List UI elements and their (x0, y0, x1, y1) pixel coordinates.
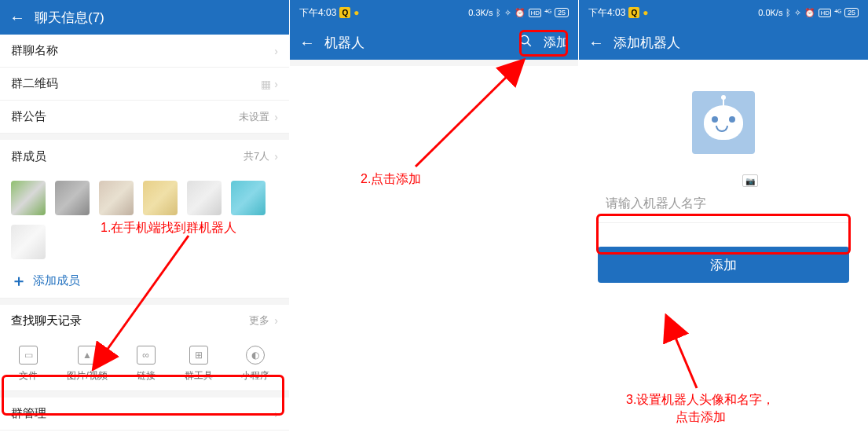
separator (290, 60, 578, 66)
page-title: 聊天信息(7) (35, 9, 104, 27)
alarm-icon: ⏰ (515, 8, 526, 18)
app-dot-icon: ● (353, 7, 359, 18)
qr-icon: ▦ (261, 78, 269, 90)
value: 未设置 (239, 110, 269, 124)
app-badge-icon: Q (628, 7, 639, 18)
folder-icon: ▭ (19, 346, 38, 365)
camera-icon[interactable]: 📷 (742, 174, 758, 187)
svg-point-1 (520, 35, 529, 44)
header-add-robot: ← 添加机器人 (579, 25, 868, 60)
page-title: 机器人 (324, 34, 518, 52)
status-time: 下午4:03 (299, 6, 336, 20)
row-group-name[interactable]: 群聊名称 › (0, 35, 289, 68)
member-avatar[interactable] (99, 181, 134, 215)
member-avatar[interactable] (11, 225, 46, 259)
row-group-qr[interactable]: 群二维码 ▦› (0, 68, 289, 101)
separator (0, 391, 289, 398)
image-icon: ▲ (78, 346, 97, 365)
tool-image[interactable]: ▲图片/视频 (67, 346, 107, 383)
add-button[interactable]: 添加 (544, 35, 569, 51)
header-chat-info: ← 聊天信息(7) (0, 0, 289, 35)
label: 群二维码 (11, 76, 58, 91)
battery-icon: 25 (844, 8, 859, 17)
label: 群聊名称 (11, 43, 58, 58)
robot-head-icon (704, 105, 743, 140)
header-robot: ← 机器人 添加 (290, 25, 578, 60)
tool-row: ▭文件 ▲图片/视频 ∞链接 ⊞群工具 ◐小程序 (0, 336, 289, 391)
signal-icon: ⁴ᴳ (834, 8, 841, 18)
chevron-right-icon: › (274, 408, 278, 420)
svg-line-4 (667, 317, 697, 388)
search-icon[interactable] (518, 34, 533, 52)
net-speed: 0.3K/s (468, 8, 493, 17)
hd-icon: HD (529, 9, 541, 17)
back-icon[interactable]: ← (9, 9, 25, 27)
hd-icon: HD (819, 9, 831, 17)
vibrate-icon: ✧ (504, 8, 511, 18)
vibrate-icon: ✧ (794, 8, 801, 18)
status-left: 下午4:03 Q ● (299, 6, 360, 20)
row-group-robot[interactable]: 群机器人◉ 1个› (0, 431, 289, 436)
label: 添加 (710, 256, 737, 274)
member-avatar[interactable] (187, 181, 222, 215)
status-bar: 下午4:03 Q ● 0.3K/s ᛒ ✧ ⏰ HD ⁴ᴳ 25 (290, 0, 578, 25)
label: 添加成员 (33, 273, 80, 288)
row-group-admin[interactable]: 群管理 › (0, 398, 289, 431)
status-time: 下午4:03 (588, 6, 625, 20)
back-icon[interactable]: ← (299, 34, 315, 52)
miniapp-icon: ◐ (246, 346, 265, 365)
separator (0, 134, 289, 140)
tool-link[interactable]: ∞链接 (137, 346, 156, 383)
count: 共7人 (244, 149, 269, 163)
tool-group[interactable]: ⊞群工具 (185, 346, 213, 383)
panel-add-robot: 下午4:03 Q ● 0.0K/s ᛒ ✧ ⏰ HD ⁴ᴳ 25 ← 添加机器人 (578, 0, 868, 436)
status-bar: 下午4:03 Q ● 0.0K/s ᛒ ✧ ⏰ HD ⁴ᴳ 25 (579, 0, 868, 25)
label: 查找聊天记录 (11, 313, 82, 328)
add-robot-body: 📷 请输入机器人名字 添加 (579, 60, 868, 283)
bluetooth-icon: ᛒ (786, 8, 791, 17)
status-right: 0.3K/s ᛒ ✧ ⏰ HD ⁴ᴳ 25 (468, 8, 569, 18)
signal-icon: ⁴ᴳ (544, 8, 551, 18)
label: 群成员 (11, 149, 46, 164)
plus-icon: ＋ (11, 270, 27, 291)
member-avatar[interactable] (143, 181, 178, 215)
label: 群管理 (11, 406, 46, 421)
back-icon[interactable]: ← (588, 34, 604, 52)
annotation-2: 2.点击添加 (361, 171, 421, 188)
row-search-history[interactable]: 查找聊天记录 更多› (0, 305, 289, 336)
add-confirm-button[interactable]: 添加 (598, 247, 849, 283)
chevron-right-icon: › (274, 45, 278, 57)
robot-name-input[interactable]: 请输入机器人名字 (598, 185, 849, 223)
separator (0, 299, 289, 305)
link-icon: ∞ (137, 346, 156, 365)
add-member-button[interactable]: ＋ 添加成员 (0, 264, 289, 299)
chevron-right-icon: › (274, 111, 278, 123)
toolbox-icon: ⊞ (189, 346, 208, 365)
tool-file[interactable]: ▭文件 (19, 346, 38, 383)
status-right: 0.0K/s ᛒ ✧ ⏰ HD ⁴ᴳ 25 (758, 8, 859, 18)
status-left: 下午4:03 Q ● (588, 6, 649, 20)
chevron-right-icon: › (274, 78, 278, 90)
more-label: 更多 (249, 313, 269, 328)
panel-chat-info: ← 聊天信息(7) 群聊名称 › 群二维码 ▦› 群公告 未设置› 群成员 共7… (0, 0, 289, 436)
row-members-header[interactable]: 群成员 共7人› (0, 140, 289, 173)
robot-avatar (692, 91, 755, 154)
tool-miniapp[interactable]: ◐小程序 (241, 346, 269, 383)
member-avatar[interactable] (231, 181, 266, 215)
svg-line-2 (527, 42, 531, 46)
member-avatar[interactable] (11, 181, 46, 215)
member-avatars (0, 173, 289, 264)
member-avatar[interactable] (55, 181, 90, 215)
bluetooth-icon: ᛒ (496, 8, 501, 17)
robot-avatar-wrapper[interactable]: 📷 (692, 91, 755, 185)
annotation-3: 3.设置机器人头像和名字，点击添加 (626, 391, 775, 427)
row-group-notice[interactable]: 群公告 未设置› (0, 101, 289, 134)
placeholder: 请输入机器人名字 (606, 196, 706, 212)
panel-robot-list: 下午4:03 Q ● 0.3K/s ᛒ ✧ ⏰ HD ⁴ᴳ 25 ← 机器人 添… (289, 0, 578, 436)
alarm-icon: ⏰ (804, 8, 815, 18)
chevron-right-icon: › (274, 314, 278, 327)
battery-icon: 25 (555, 8, 569, 17)
app-dot-icon: ● (643, 7, 648, 18)
app-badge-icon: Q (339, 7, 350, 18)
page-title: 添加机器人 (613, 34, 680, 52)
